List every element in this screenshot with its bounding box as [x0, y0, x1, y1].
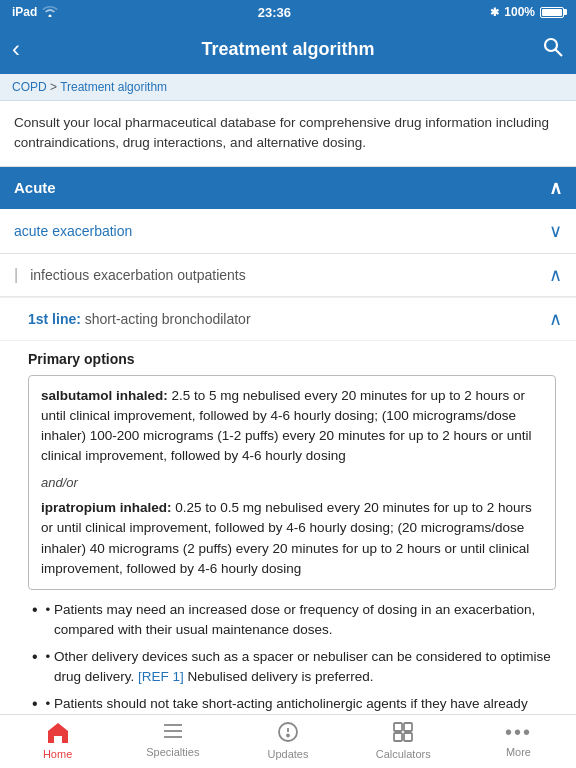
- intro-text: Consult your local pharmaceutical databa…: [0, 101, 576, 167]
- acute-exacerbation-chevron: ∨: [549, 220, 562, 242]
- bullet-dot: •: [46, 600, 54, 620]
- specialties-label: Specialties: [146, 746, 199, 758]
- battery-icon: [540, 7, 564, 18]
- back-arrow-icon: ‹: [12, 35, 20, 62]
- drug1-text: salbutamol inhaled: 2.5 to 5 mg nebulise…: [41, 386, 543, 467]
- list-item: • Patients may need an increased dose or…: [28, 600, 556, 639]
- svg-rect-9: [404, 723, 412, 731]
- acute-section-chevron: ∧: [549, 177, 562, 199]
- bluetooth-icon: ✱: [490, 6, 499, 19]
- breadcrumb: COPD > Treatment algorithm: [0, 74, 576, 101]
- home-label: Home: [43, 748, 72, 760]
- bottom-nav: Home Specialties Updates: [0, 714, 576, 768]
- calculators-label: Calculators: [376, 748, 431, 760]
- bullet-dot: •: [46, 694, 54, 714]
- and-or-label: and/or: [41, 473, 543, 493]
- search-button[interactable]: [524, 36, 564, 63]
- nav-home[interactable]: Home: [0, 721, 115, 760]
- drug2-name: ipratropium inhaled:: [41, 500, 172, 515]
- more-icon: •••: [505, 721, 532, 744]
- infectious-exacerbation-accordion: | infectious exacerbation outpatients ∧ …: [0, 254, 576, 769]
- breadcrumb-current: Treatment algorithm: [60, 80, 167, 94]
- svg-rect-11: [404, 733, 412, 741]
- bullet-text-2: Other delivery devices such as a spacer …: [54, 647, 556, 686]
- svg-line-1: [556, 49, 563, 56]
- infectious-exacerbation-header[interactable]: | infectious exacerbation outpatients ∧: [0, 254, 576, 297]
- first-line-header[interactable]: 1st line: short-acting bronchodilator ∧: [0, 298, 576, 341]
- infectious-exacerbation-label: infectious exacerbation outpatients: [30, 267, 246, 283]
- nav-updates[interactable]: Updates: [230, 721, 345, 760]
- status-bar: iPad 23:36 ✱ 100%: [0, 0, 576, 24]
- svg-rect-8: [394, 723, 402, 731]
- bullet-text-1: Patients may need an increased dose or f…: [54, 600, 556, 639]
- status-bar-left: iPad: [12, 5, 58, 20]
- first-line-chevron: ∧: [549, 308, 562, 330]
- acute-exacerbation-header[interactable]: acute exacerbation ∨: [0, 209, 576, 253]
- status-bar-right: ✱ 100%: [490, 5, 564, 19]
- svg-point-7: [287, 735, 289, 737]
- svg-rect-10: [394, 733, 402, 741]
- more-label: More: [506, 746, 531, 758]
- specialties-icon: [162, 721, 184, 744]
- ipad-label: iPad: [12, 5, 37, 19]
- list-item: • Other delivery devices such as a space…: [28, 647, 556, 686]
- infectious-chevron-up: ∧: [549, 264, 562, 286]
- updates-icon: [277, 721, 299, 746]
- acute-exacerbation-accordion: acute exacerbation ∨: [0, 209, 576, 254]
- breadcrumb-separator: >: [50, 80, 60, 94]
- nav-more[interactable]: ••• More: [461, 721, 576, 760]
- search-icon: [542, 36, 564, 63]
- home-icon: [46, 721, 70, 746]
- updates-label: Updates: [268, 748, 309, 760]
- calculators-icon: [392, 721, 414, 746]
- line-label-value: short-acting bronchodilator: [81, 311, 251, 327]
- battery-percent: 100%: [504, 5, 535, 19]
- acute-section-header[interactable]: Acute ∧: [0, 167, 576, 209]
- first-line-content: Primary options salbutamol inhaled: 2.5 …: [0, 341, 576, 769]
- header: ‹ Treatment algorithm: [0, 24, 576, 74]
- status-bar-time: 23:36: [258, 5, 291, 20]
- wifi-icon: [42, 5, 58, 20]
- acute-section-label: Acute: [14, 179, 56, 196]
- breadcrumb-parent[interactable]: COPD: [12, 80, 47, 94]
- ref-1[interactable]: [REF 1]: [138, 669, 184, 684]
- drug-options-box: salbutamol inhaled: 2.5 to 5 mg nebulise…: [28, 375, 556, 591]
- page-title: Treatment algorithm: [52, 39, 524, 60]
- back-button[interactable]: ‹: [12, 35, 52, 63]
- primary-options-heading: Primary options: [28, 351, 556, 367]
- drug1-name: salbutamol inhaled:: [41, 388, 168, 403]
- nav-calculators[interactable]: Calculators: [346, 721, 461, 760]
- intro-paragraph: Consult your local pharmaceutical databa…: [14, 113, 562, 154]
- acute-exacerbation-label: acute exacerbation: [14, 223, 132, 239]
- drug2-text: ipratropium inhaled: 0.25 to 0.5 mg nebu…: [41, 498, 543, 579]
- line-label-key: 1st line:: [28, 311, 81, 327]
- first-line-label: 1st line: short-acting bronchodilator: [28, 311, 251, 327]
- bullet-dot: •: [46, 647, 54, 667]
- pipe-separator: |: [14, 266, 18, 284]
- svg-point-0: [545, 39, 557, 51]
- nav-specialties[interactable]: Specialties: [115, 721, 230, 760]
